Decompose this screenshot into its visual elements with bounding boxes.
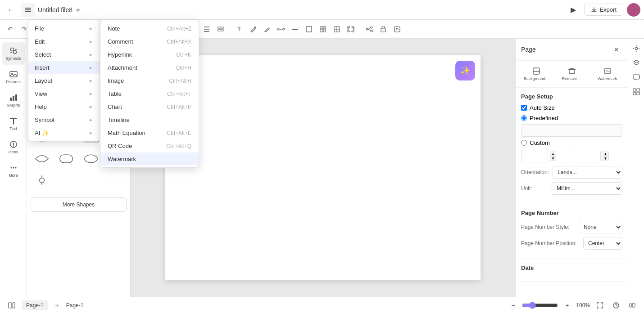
menu-button[interactable] [21, 3, 35, 17]
date-title: Date [521, 264, 622, 271]
left-sidebar: Symbols Pictures Graphs Text Icons More [0, 39, 27, 297]
submenu-table[interactable]: Table Ctrl+Alt+T [100, 87, 199, 100]
height-input-wrap: 297 ▲ ▼ [574, 150, 623, 162]
shape-item[interactable] [31, 149, 53, 169]
submenu-image[interactable]: Image Ctrl+Alt+I [100, 74, 199, 87]
submenu-math[interactable]: Math Equation Ctrl+Alt+E [100, 126, 199, 139]
submenu-comment[interactable]: Comment Ctrl+Alt+X [100, 35, 199, 48]
page-setup-title: Page Setup [521, 93, 622, 100]
height-down-button[interactable]: ▼ [603, 156, 609, 161]
submenu-note[interactable]: Note Ctrl+Alt+Z [100, 22, 199, 35]
sidebar-item-pictures[interactable]: Pictures [2, 66, 25, 88]
comments-icon[interactable] [630, 71, 643, 84]
shape-item[interactable] [55, 149, 77, 169]
custom-radio[interactable] [521, 140, 527, 146]
menu-edit[interactable]: Edit ► [28, 35, 100, 48]
favorite-icon[interactable]: ★ [75, 6, 81, 13]
orientation-select[interactable]: Lands... [553, 166, 622, 179]
view-options-button[interactable] [626, 299, 639, 312]
menu-view[interactable]: View ► [28, 87, 100, 100]
predefined-size-input[interactable]: A4 sheet, 210mm x 297 mm [521, 124, 622, 137]
ai-button[interactable]: ✨ [455, 61, 475, 80]
width-input[interactable]: 210 [521, 150, 548, 162]
auto-size-checkbox[interactable] [521, 105, 527, 111]
share-button[interactable] [391, 23, 404, 36]
line-style-button[interactable]: — [289, 23, 301, 36]
width-down-button[interactable]: ▼ [550, 156, 556, 161]
text-block-button[interactable]: T [233, 23, 245, 36]
date-section: Date [516, 259, 628, 282]
fullscreen-button[interactable] [594, 299, 606, 312]
undo-button[interactable]: ↶ [4, 23, 16, 36]
predefined-radio[interactable] [521, 115, 527, 121]
connector-button[interactable] [275, 23, 287, 36]
back-button[interactable]: ← [4, 3, 18, 17]
submenu-timeline[interactable]: Timeline [100, 113, 199, 126]
layers-icon[interactable] [630, 57, 643, 69]
page-number-title: Page Number [521, 210, 622, 216]
shape-item[interactable] [31, 170, 53, 190]
grid-layout-button[interactable] [317, 23, 329, 36]
submenu-chart[interactable]: Chart Ctrl+Alt+P [100, 100, 199, 113]
paint-button[interactable] [247, 23, 259, 36]
sidebar-item-icons[interactable]: Icons [2, 136, 25, 158]
page-tab[interactable]: Page-1 [22, 300, 48, 310]
menu-file[interactable]: File ► [28, 22, 100, 35]
submenu-attachment[interactable]: Attachment Ctrl+H [100, 61, 199, 74]
shape-item[interactable] [55, 170, 77, 190]
border-button[interactable] [303, 23, 315, 36]
more-shapes-button[interactable]: More Shapes [31, 197, 127, 212]
svg-rect-72 [569, 69, 575, 74]
sidebar-item-text[interactable]: Text [2, 112, 25, 135]
height-up-button[interactable]: ▲ [603, 152, 609, 156]
grid-icon[interactable] [630, 85, 643, 98]
svg-point-12 [277, 28, 279, 30]
lock-button[interactable] [377, 23, 390, 36]
menu-help[interactable]: Help ► [28, 100, 100, 113]
zoom-in-button[interactable]: + [561, 299, 573, 312]
style-label: Page Number Style: [521, 224, 575, 230]
pen-button[interactable] [261, 23, 273, 36]
smart-connect-button[interactable] [363, 23, 376, 36]
zoom-out-button[interactable]: − [507, 299, 519, 312]
menu-ai[interactable]: AI ✨ ► [28, 126, 100, 139]
add-page-button[interactable]: + [52, 300, 63, 311]
page-view-toggle[interactable] [5, 299, 18, 312]
tab-watermark[interactable]: Watermark [590, 64, 624, 84]
export-button[interactable]: Export [584, 4, 623, 16]
style-select[interactable]: None [579, 221, 622, 233]
menu-symbol[interactable]: Symbol ► [28, 113, 100, 126]
unit-row: Unit: Millim... [521, 182, 622, 195]
submenu-hyperlink[interactable]: Hyperlink Ctrl+K [100, 48, 199, 61]
height-input[interactable]: 297 [574, 150, 601, 162]
zoom-slider[interactable] [522, 302, 558, 309]
submenu-watermark[interactable]: Watermark [100, 152, 199, 165]
width-up-button[interactable]: ▲ [550, 152, 556, 156]
zoom-control: − + 100% [507, 299, 590, 312]
properties-icon[interactable] [630, 42, 643, 55]
spacing-button[interactable] [200, 23, 213, 36]
tab-background[interactable]: Background... [519, 64, 553, 84]
tab-remove[interactable]: Remove ... [555, 64, 589, 84]
shape-item[interactable] [80, 149, 102, 169]
table-button[interactable] [331, 23, 343, 36]
unit-select[interactable]: Millim... [552, 182, 622, 195]
sidebar-item-graphs[interactable]: Graphs [2, 89, 25, 112]
shape-item[interactable] [80, 170, 102, 190]
chevron-right-icon: ► [89, 39, 93, 44]
menu-select[interactable]: Select ► [28, 48, 100, 61]
position-select[interactable]: Center [583, 237, 622, 250]
menu-layout[interactable]: Layout ► [28, 74, 100, 87]
close-panel-button[interactable]: ✕ [610, 43, 622, 56]
sidebar-item-symbols[interactable]: Symbols [2, 42, 25, 65]
resize-button[interactable] [345, 23, 357, 36]
main-menu: File ► Edit ► Select ► Insert ► Layout ►… [28, 20, 100, 142]
submenu-qr[interactable]: QR Code Ctrl+Alt+Q [100, 139, 199, 152]
play-button[interactable]: ▶ [566, 3, 581, 17]
sidebar-item-more[interactable]: More [2, 159, 25, 182]
menu-insert[interactable]: Insert ► [28, 61, 100, 74]
top-bar: ← Untitled file8 ★ ▶ Export [0, 0, 644, 20]
format-list-button[interactable] [214, 23, 227, 36]
help-button[interactable] [610, 299, 622, 312]
user-avatar[interactable] [627, 3, 640, 17]
